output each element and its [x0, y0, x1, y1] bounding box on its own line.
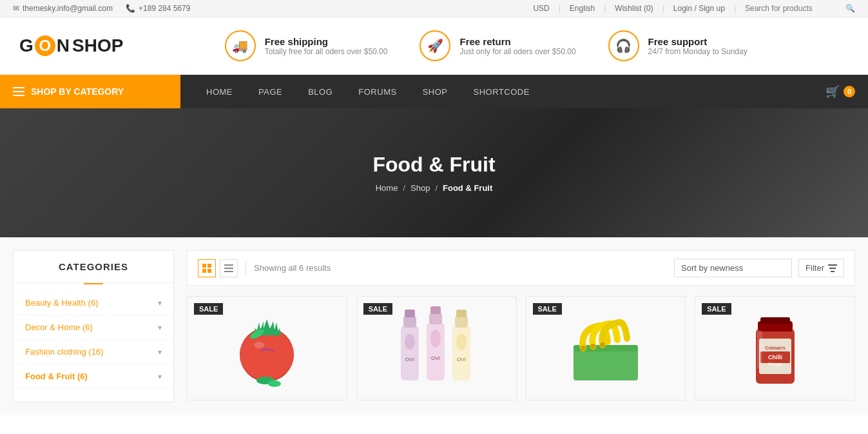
svg-text:OVI: OVI	[457, 357, 466, 362]
svg-rect-19	[405, 310, 415, 317]
return-text: Free return Just only for all oders over…	[459, 36, 575, 56]
svg-point-36	[600, 342, 605, 348]
category-label-beauty: Beauty & Health	[25, 298, 86, 308]
svg-rect-3	[207, 269, 211, 273]
category-count-food: (6)	[77, 371, 88, 381]
currency-selector[interactable]: USD	[533, 4, 549, 13]
results-text: Showing all 6 results	[254, 263, 331, 273]
sidebar: CATEGORIES Beauty & Health (6) ▾ Decor &…	[13, 250, 174, 402]
category-count-beauty: (6)	[88, 298, 99, 308]
search-area[interactable]: 🔍	[745, 4, 855, 13]
svg-rect-17	[401, 326, 419, 380]
header: G O N SHOP 🚚 Free shipping Totally free …	[0, 17, 868, 75]
nav-shortcode[interactable]: SHORTCODE	[460, 75, 542, 108]
return-sub: Just only for all oders over $50.00	[459, 47, 575, 56]
support-sub: 24/7 from Monday to Sunday	[648, 47, 747, 56]
category-item-fashion[interactable]: Fashion clothing (16) ▾	[14, 340, 173, 364]
sale-badge-2: SALE	[363, 303, 392, 315]
svg-rect-9	[831, 271, 834, 272]
svg-rect-18	[403, 316, 416, 328]
product-card-1[interactable]: SALE	[187, 296, 347, 400]
wishlist-link[interactable]: Wishlist (0)	[615, 4, 653, 13]
return-icon: 🚀	[420, 30, 450, 61]
support-icon: 🎧	[608, 30, 639, 61]
cart-area[interactable]: 🛒 0	[825, 84, 868, 99]
nav-home[interactable]: HOME	[193, 75, 246, 108]
svg-point-21	[405, 334, 415, 350]
list-view-button[interactable]	[220, 259, 238, 277]
svg-rect-0	[202, 264, 206, 268]
top-bar-left: ✉ themesky.info@gmail.com 📞 +189 284 567…	[13, 4, 190, 13]
category-item-beauty[interactable]: Beauty & Health (6) ▾	[14, 291, 173, 315]
category-link-fashion: Fashion clothing (16)	[25, 347, 103, 357]
sale-badge-4: SALE	[702, 303, 731, 315]
svg-text:Chilli: Chilli	[768, 354, 782, 360]
divider1: |	[559, 4, 561, 13]
feature-support: 🎧 Free support 24/7 from Monday to Sunda…	[608, 30, 747, 61]
feature-return: 🚀 Free return Just only for all oders ov…	[420, 30, 575, 61]
sale-badge-3: SALE	[533, 303, 562, 315]
category-count-decor: (6)	[82, 322, 93, 332]
logo-shop: SHOP	[72, 35, 123, 56]
email-text: themesky.info@gmail.com	[23, 4, 113, 13]
email-contact: ✉ themesky.info@gmail.com	[13, 4, 113, 13]
category-arrow-beauty: ▾	[158, 299, 162, 308]
category-arrow-decor: ▾	[158, 323, 162, 332]
nav-page[interactable]: PAGE	[246, 75, 295, 108]
nav-forums[interactable]: FORUMS	[345, 75, 409, 108]
cart-count: 0	[844, 86, 855, 97]
svg-rect-6	[224, 271, 233, 272]
breadcrumb-current: Food & Fruit	[443, 183, 492, 193]
hero-title: Food & Fruit	[372, 153, 495, 177]
logo[interactable]: G O N SHOP	[19, 35, 123, 56]
svg-rect-1	[207, 264, 211, 268]
login-link[interactable]: Login / Sign up	[673, 4, 725, 13]
language-selector[interactable]: English	[570, 4, 595, 13]
svg-point-34	[581, 346, 586, 351]
category-label-decor: Decor & Home	[25, 322, 80, 332]
svg-point-11	[240, 329, 294, 380]
svg-point-16	[268, 380, 281, 387]
category-link-beauty: Beauty & Health (6)	[25, 298, 98, 308]
category-item-food[interactable]: Food & Fruit (6) ▾	[14, 364, 173, 389]
nav-blog[interactable]: BLOG	[295, 75, 345, 108]
product-card-4[interactable]: SALE Colman's Chilli	[695, 296, 855, 400]
svg-rect-23	[429, 313, 442, 324]
svg-rect-4	[224, 264, 233, 266]
phone-text: +189 284 5679	[139, 4, 190, 13]
product-card-3[interactable]: SALE	[526, 296, 686, 400]
grid-view-button[interactable]	[198, 259, 216, 277]
hamburger-icon	[13, 87, 24, 96]
main-content: CATEGORIES Beauty & Health (6) ▾ Decor &…	[0, 237, 868, 415]
features-area: 🚚 Free shipping Totally free for all ode…	[123, 30, 849, 61]
pomegranate-svg	[228, 310, 305, 387]
svg-point-26	[430, 330, 441, 348]
category-item-decor[interactable]: Decor & Home (6) ▾	[14, 315, 173, 340]
svg-text:Colman's: Colman's	[765, 346, 785, 350]
breadcrumb-sep2: /	[435, 183, 438, 193]
shop-by-category-label: SHOP BY CATEGORY	[31, 86, 124, 97]
sauce-svg: Colman's Chilli Mango	[746, 303, 804, 393]
shipping-title: Free shipping	[265, 36, 388, 47]
sort-area: Sort by newnessSort by price: low to hig…	[674, 259, 844, 277]
svg-point-35	[590, 344, 595, 349]
category-link-food: Food & Fruit (6)	[25, 371, 88, 381]
view-icons: Showing all 6 results	[198, 259, 331, 277]
view-divider	[246, 262, 246, 275]
shop-by-category-button[interactable]: SHOP BY CATEGORY	[0, 75, 180, 108]
sort-select[interactable]: Sort by newnessSort by price: low to hig…	[674, 259, 792, 277]
breadcrumb-shop[interactable]: Shop	[410, 183, 430, 193]
search-input[interactable]	[745, 4, 842, 13]
divider3: |	[662, 4, 664, 13]
divider4: |	[734, 4, 736, 13]
nav-shop[interactable]: SHOP	[410, 75, 461, 108]
category-count-fashion: (16)	[88, 347, 103, 357]
breadcrumb-home[interactable]: Home	[376, 183, 398, 193]
sidebar-divider	[84, 283, 103, 284]
product-card-2[interactable]: SALE OVI OVI	[356, 296, 517, 400]
filter-button[interactable]: Filter	[798, 259, 844, 277]
bananas-svg	[564, 306, 648, 390]
search-icon[interactable]: 🔍	[845, 4, 855, 13]
svg-rect-8	[829, 268, 836, 269]
svg-rect-40	[760, 317, 790, 324]
